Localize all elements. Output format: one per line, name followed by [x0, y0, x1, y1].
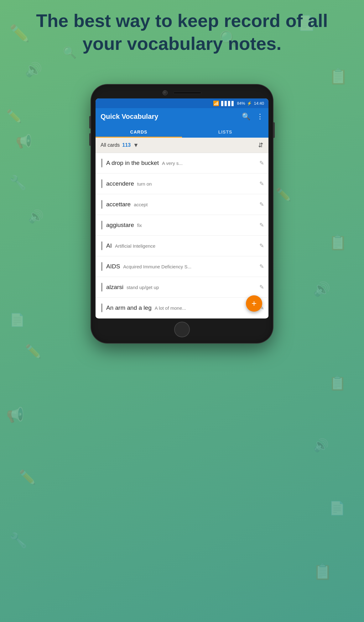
- edit-icon[interactable]: ✎: [259, 284, 264, 291]
- add-card-fab[interactable]: +: [246, 295, 262, 312]
- tab-lists[interactable]: LISTS: [182, 125, 268, 138]
- card-content: aggiustare fix: [106, 222, 256, 229]
- hero-tagline: The best way to keep record of all your …: [36, 10, 328, 54]
- charging-icon: ⚡: [247, 101, 252, 106]
- card-definition: Acquired Immune Deficiency S...: [123, 264, 191, 269]
- signal-icon: ▋▋▋▋: [221, 101, 235, 106]
- home-button[interactable]: [174, 322, 190, 337]
- volume-down-button: [89, 133, 91, 146]
- card-definition: turn on: [137, 181, 152, 187]
- card-term: accendere: [106, 180, 134, 187]
- edit-icon[interactable]: ✎: [259, 222, 264, 229]
- more-vert-icon[interactable]: ⋮: [257, 113, 263, 121]
- search-icon[interactable]: 🔍: [242, 113, 250, 121]
- card-definition: accept: [134, 202, 148, 207]
- card-accent-bar: [101, 262, 102, 271]
- list-item[interactable]: An arm and a leg A lot of mone... ✎: [96, 298, 268, 318]
- card-accent-bar: [101, 200, 102, 209]
- card-content: accettare accept: [106, 201, 256, 208]
- phone-outer: 📶 ▋▋▋▋ 84% ⚡ 14:40 Quick Vocabulary 🔍 ⋮: [91, 85, 273, 343]
- phone-top-bar: [96, 90, 268, 95]
- card-content: accendere turn on: [106, 180, 256, 187]
- power-button: [273, 122, 275, 138]
- card-definition: fix: [137, 223, 142, 228]
- wifi-icon: 📶: [213, 100, 219, 106]
- all-cards-label: All cards: [101, 142, 120, 148]
- card-accent-bar: [101, 159, 102, 167]
- hero-text: The best way to keep record of all your …: [0, 9, 364, 55]
- card-definition: A very s...: [162, 161, 183, 166]
- phone-screen: 📶 ▋▋▋▋ 84% ⚡ 14:40 Quick Vocabulary 🔍 ⋮: [96, 98, 268, 319]
- list-item[interactable]: AIDS Acquired Immune Deficiency S... ✎: [96, 256, 268, 277]
- phone-mockup: 📶 ▋▋▋▋ 84% ⚡ 14:40 Quick Vocabulary 🔍 ⋮: [91, 85, 273, 343]
- list-item[interactable]: AI Artificial Inteligence ✎: [96, 236, 268, 256]
- tab-cards[interactable]: CARDS: [96, 125, 182, 138]
- card-accent-bar: [101, 221, 102, 229]
- edit-icon[interactable]: ✎: [259, 201, 264, 208]
- filter-section: All cards 113 ▼: [101, 142, 139, 149]
- card-term: aggiustare: [106, 222, 134, 229]
- card-content: A drop in the bucket A very s...: [106, 160, 256, 166]
- edit-icon[interactable]: ✎: [259, 263, 264, 270]
- card-term: AIDS: [106, 263, 120, 270]
- edit-icon[interactable]: ✎: [259, 242, 264, 249]
- app-bar: Quick Vocabulary 🔍 ⋮: [96, 108, 268, 125]
- list-toolbar: All cards 113 ▼ ⇵: [96, 138, 268, 153]
- battery-level: 84%: [237, 101, 245, 106]
- card-accent-bar: [101, 303, 102, 312]
- dropdown-arrow-icon[interactable]: ▼: [133, 142, 139, 149]
- card-content: AIDS Acquired Immune Deficiency S...: [106, 263, 256, 270]
- card-term: AI: [106, 242, 112, 249]
- card-content: alzarsi stand up/get up: [106, 284, 256, 291]
- phone-bottom: [96, 322, 268, 337]
- list-item[interactable]: A drop in the bucket A very s... ✎: [96, 153, 268, 173]
- edit-icon[interactable]: ✎: [259, 160, 264, 166]
- card-list: A drop in the bucket A very s... ✎ accen…: [96, 153, 268, 318]
- list-item[interactable]: aggiustare fix ✎: [96, 215, 268, 235]
- status-bar-icons: 📶 ▋▋▋▋ 84% ⚡ 14:40: [213, 100, 264, 106]
- earpiece-speaker: [173, 92, 201, 94]
- list-item[interactable]: accettare accept ✎: [96, 194, 268, 214]
- card-content: AI Artificial Inteligence: [106, 242, 256, 249]
- card-term: A drop in the bucket: [106, 160, 159, 166]
- card-accent-bar: [101, 283, 102, 292]
- card-term: accettare: [106, 201, 131, 208]
- card-definition: Artificial Inteligence: [115, 243, 155, 249]
- tabs-bar: CARDS LISTS: [96, 125, 268, 138]
- app-bar-actions: 🔍 ⋮: [242, 113, 263, 121]
- card-definition: A lot of mone...: [155, 305, 186, 311]
- status-bar: 📶 ▋▋▋▋ 84% ⚡ 14:40: [96, 98, 268, 108]
- card-count: 113: [122, 142, 131, 148]
- card-definition: stand up/get up: [127, 285, 159, 290]
- app-title: Quick Vocabulary: [101, 113, 158, 121]
- front-camera: [163, 90, 168, 95]
- card-term: An arm and a leg: [106, 304, 152, 311]
- card-accent-bar: [101, 241, 102, 250]
- add-icon: +: [252, 298, 257, 308]
- edit-icon[interactable]: ✎: [259, 180, 264, 187]
- clock: 14:40: [254, 101, 264, 106]
- card-content: An arm and a leg A lot of mone...: [106, 304, 256, 311]
- sort-icon[interactable]: ⇵: [258, 141, 263, 149]
- list-item[interactable]: accendere turn on ✎: [96, 174, 268, 194]
- card-accent-bar: [101, 179, 102, 188]
- list-item[interactable]: alzarsi stand up/get up ✎: [96, 277, 268, 297]
- volume-up-button: [89, 116, 91, 129]
- card-term: alzarsi: [106, 284, 123, 291]
